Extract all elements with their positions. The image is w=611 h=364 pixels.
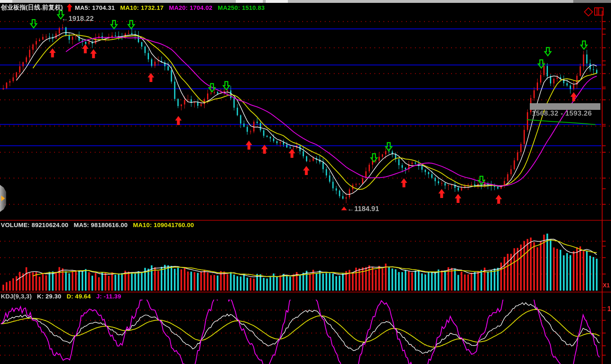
trough-price: 1184.91	[354, 205, 379, 213]
ma5-value: MA5: 1704.31	[75, 4, 115, 11]
x-scale-label: X1	[603, 282, 610, 289]
kdj-header: KDJ(9,3,3) K: 29.30 D: 49.64 J: -11.39	[1, 293, 127, 300]
selection-band	[530, 103, 600, 110]
strip-segment	[236, 0, 263, 3]
volume-header: VOLUME: 89210624.00 MA5: 98180616.00 MA1…	[1, 221, 199, 228]
main-chart-header: 创业板指(日线.前复权) MA5: 1704.31 MA10: 1732.17 …	[1, 4, 270, 11]
ma20-value: MA20: 1704.02	[169, 4, 212, 11]
strip-segment	[266, 0, 288, 3]
right-axis-label: 1	[607, 305, 611, 313]
kdj-j-value: J: -11.39	[96, 293, 121, 300]
strip-segment	[0, 0, 12, 3]
expand-arrow-icon	[1, 196, 5, 201]
symbol-title: 创业板指(日线.前复权)	[1, 4, 63, 11]
volume-ma5-value: MA5: 98180616.00	[74, 221, 128, 228]
volume-ma10-value: MA10: 109041760.00	[133, 221, 194, 228]
split-window-icon[interactable]	[594, 7, 604, 16]
chart-canvas[interactable]	[0, 0, 611, 364]
kdj-k-value: K: 29.30	[37, 293, 61, 300]
peak-arrow: ←	[62, 15, 68, 23]
up-arrow-icon	[67, 4, 73, 11]
ma250-value: MA250: 1510.83	[218, 4, 265, 11]
strip-segment	[573, 0, 611, 3]
trough-arrow: ←	[347, 205, 354, 213]
volume-value: VOLUME: 89210624.00	[1, 221, 68, 228]
kdj-d-value: D: 49.64	[67, 293, 91, 300]
peak-annotation: ←1918.22	[62, 15, 93, 23]
trough-annotation: ←1184.91	[347, 205, 379, 213]
window-top-strip	[0, 0, 611, 3]
peak-price: 1918.22	[68, 15, 93, 23]
selection-range-text: 1568.32 - 1593.26	[532, 109, 592, 118]
trading-app: { "main_header": { "title": "创业板指(日线.前复权…	[0, 0, 611, 364]
kdj-name: KDJ(9,3,3)	[1, 293, 32, 300]
ma10-value: MA10: 1732.17	[120, 4, 164, 11]
